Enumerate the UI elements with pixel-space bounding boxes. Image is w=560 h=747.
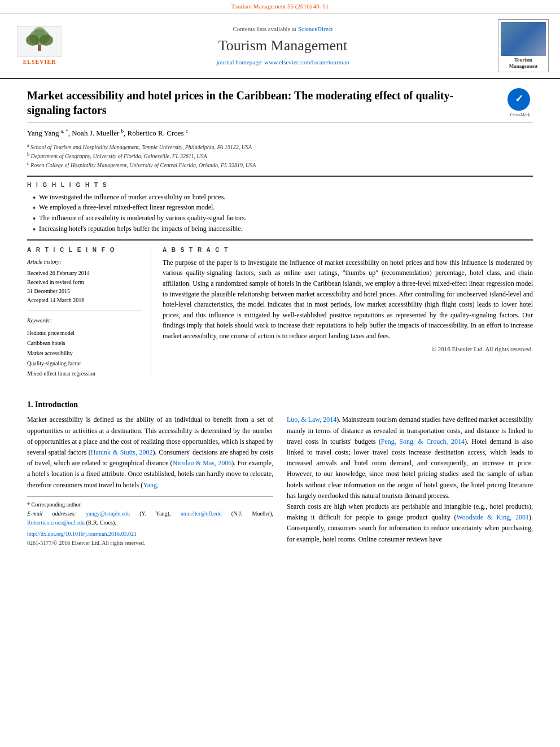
affiliations: a School of Tourism and Hospitality Mana… [27,142,533,170]
article-title-area: Market accessibility and hotel prices in… [27,88,533,123]
crossmark-icon: ✓ [508,88,530,111]
keyword-4: Quality-signaling factor [27,359,142,369]
list-item: ♦The influence of accessibility is moder… [33,213,533,223]
body-columns: Market accessibility is defined as the a… [27,414,533,547]
ref-woodside[interactable]: Woodside & King, 2001 [457,513,530,521]
svg-point-3 [40,34,53,46]
keyword-5: Mixed-effect linear regression [27,369,142,379]
ref-yang[interactable]: Yang, [143,481,159,489]
article-info-abstract: A R T I C L E I N F O Article history: R… [27,246,533,379]
keyword-2: Caribbean hotels [27,338,142,348]
authors-line: Yang Yang a, *, Noah J. Mueller b, Rober… [27,128,533,139]
svg-rect-4 [38,45,41,51]
email-yang[interactable]: yangy@temple.edu [86,510,130,517]
homepage-link[interactable]: www.elsevier.com/locate/tourman [264,59,349,65]
tm-logo-label: TourismManagement [501,57,546,69]
ref-hanink[interactable]: Hanink & Stutts, 2002 [91,448,153,456]
svg-point-5 [34,27,45,36]
article-info-heading: A R T I C L E I N F O [27,246,142,254]
email-croes[interactable]: Robertico.croes@ucf.edu [27,519,85,526]
affiliation-b: b Department of Geography, University of… [27,151,533,160]
accepted-date: Accepted 14 March 2016 [27,296,142,305]
section-divider-top [27,176,533,177]
journal-citation: Tourism Management 56 (2016) 40–51 [0,0,560,14]
sciencedirect-line: Contents lists available at ScienceDirec… [73,25,492,33]
keywords-label: Keywords: [27,316,142,326]
ref-peng[interactable]: Peng, Song, & Crouch, 2014 [381,438,465,445]
highlights-section: H I G H L I G H T S ♦We investigated the… [27,181,533,234]
abstract-heading: A B S T R A C T [163,246,533,254]
abstract-col: A B S T R A C T The purpose of the paper… [163,246,533,379]
list-item: ♦We employed a three-level mixed-effect … [33,203,533,212]
elsevier-logo: ELSEVIER [11,26,68,66]
journal-header: ELSEVIER Contents lists available at Sci… [0,14,560,79]
highlights-heading: H I G H L I G H T S [27,181,533,189]
main-body: 1. Introduction Market accessibility is … [0,388,560,559]
email-line: E-mail addresses: yangy@temple.edu (Y. Y… [27,509,273,527]
article-title: Market accessibility and hotel prices in… [27,88,508,117]
list-item: ♦Increasing hotel's reputation helps buf… [33,224,533,234]
section-divider-mid [27,239,533,241]
article-history: Article history: Received 26 February 20… [27,257,142,305]
citation-text: Tourism Management 56 (2016) 40–51 [231,3,329,10]
keywords-section: Keywords: Hedonic price model Caribbean … [27,316,142,379]
received-date: Received 26 February 2014 [27,269,142,278]
body-left: Market accessibility is defined as the a… [27,414,273,547]
elsevier-tree-icon [17,26,62,57]
journal-title: Tourism Management [73,36,492,56]
tm-logo-box: TourismManagement [498,19,549,72]
list-item: ♦We investigated the influence of market… [33,193,533,202]
highlights-list: ♦We investigated the influence of market… [27,193,533,234]
email-mueller[interactable]: nmueller@ufl.edu [181,510,222,517]
crossmark-label: CrossMark [508,112,533,118]
abstract-text: The purpose of the paper is to investiga… [163,257,533,342]
ref-luo[interactable]: Luo, & Law, 2014 [287,416,336,423]
tm-cover-image [501,22,546,56]
keyword-1: Hedonic price model [27,328,142,338]
journal-homepage: journal homepage: www.elsevier.com/locat… [73,58,492,67]
corresponding-note: * Corresponding author. [27,500,273,509]
intro-right-para2: Search costs are high when products are … [287,501,533,545]
intro-left-para1: Market accessibility is defined as the a… [27,414,273,490]
journal-center: Contents lists available at ScienceDirec… [73,25,492,67]
article-info-col: A R T I C L E I N F O Article history: R… [27,246,151,379]
revised-date: Received in revised form31 December 2015 [27,278,142,296]
body-right: Luo, & Law, 2014). Mainstream tourism de… [287,414,533,547]
history-label: Article history: [27,257,142,267]
keywords-divider [27,311,142,311]
doi-line: http://dx.doi.org/10.1016/j.tourman.2016… [27,530,273,539]
elsevier-wordmark: ELSEVIER [23,58,56,66]
affiliation-c: c Rosen College of Hospitality Managemen… [27,160,533,169]
keyword-3: Market accessibility [27,348,142,359]
ref-nicolau[interactable]: Nicolau & Mas, 2006 [172,459,231,467]
article-container: Market accessibility and hotel prices in… [0,79,560,388]
crossmark-badge: ✓ CrossMark [508,88,533,118]
copyright-line: © 2016 Elsevier Ltd. All rights reserved… [163,345,533,353]
sciencedirect-link[interactable]: ScienceDirect [298,25,333,32]
issn-line: 0261-5177/© 2016 Elsevier Ltd. All right… [27,539,273,548]
affiliation-a: a School of Tourism and Hospitality Mana… [27,142,533,151]
svg-point-2 [26,34,40,46]
doi-link[interactable]: http://dx.doi.org/10.1016/j.tourman.2016… [27,531,137,537]
intro-right-para1: Luo, & Law, 2014). Mainstream tourism de… [287,414,533,501]
intro-heading: 1. Introduction [27,399,533,410]
footnote-section: * Corresponding author. E-mail addresses… [27,496,273,548]
